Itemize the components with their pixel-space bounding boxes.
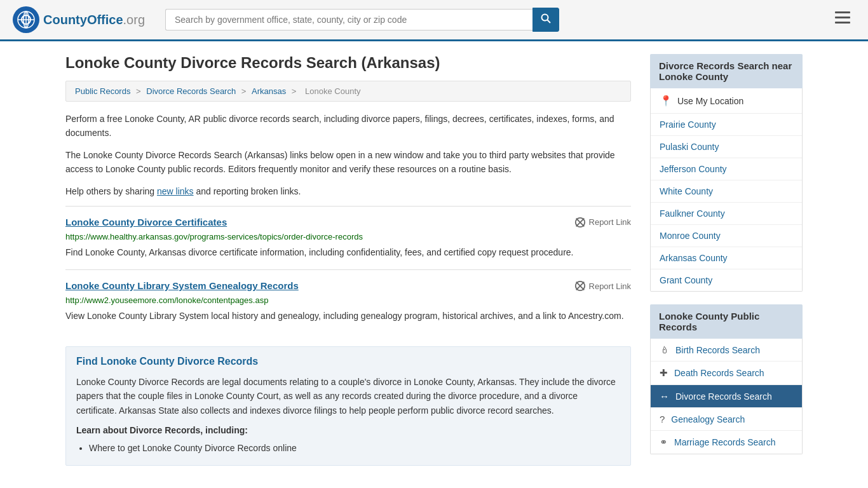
intro-para-2: The Lonoke County Divorce Records Search… xyxy=(65,148,631,177)
report-link-2[interactable]: Report Link xyxy=(574,280,631,292)
nearby-list: 📍 Use My Location Prairie County Pulaski… xyxy=(650,88,803,292)
find-section-heading: Find Lonoke County Divorce Records xyxy=(76,356,620,367)
sidebar-item-pulaski[interactable]: Pulaski County xyxy=(651,136,802,158)
list-item: Where to get Lonoke County Divorce Recor… xyxy=(89,440,620,456)
sidebar-item-faulkner[interactable]: Faulkner County xyxy=(651,203,802,225)
record-desc-2: View Lonoke County Library System local … xyxy=(65,309,631,323)
search-button[interactable] xyxy=(532,8,559,32)
pub-records-genealogy[interactable]: ? Genealogy Search xyxy=(651,408,802,431)
birth-icon: 🕯 xyxy=(660,344,669,355)
find-section-list: Where to get Lonoke County Divorce Recor… xyxy=(76,440,620,456)
genealogy-icon: ? xyxy=(660,414,665,424)
report-link-1[interactable]: Report Link xyxy=(574,217,631,228)
breadcrumb: Public Records > Divorce Records Search … xyxy=(65,81,631,102)
public-records-section: Lonoke County Public Records 🕯 Birth Rec… xyxy=(650,304,803,454)
use-my-location-link[interactable]: Use My Location xyxy=(677,96,743,106)
sidebar-item-arkansas[interactable]: Arkansas County xyxy=(651,247,802,269)
logo-text: CountyOffice.org xyxy=(43,13,145,27)
svg-rect-7 xyxy=(835,11,850,13)
divorce-icon: ↔ xyxy=(660,391,669,402)
pub-records-marriage[interactable]: ⚭ Marriage Records Search xyxy=(651,431,802,454)
sidebar-item-jefferson[interactable]: Jefferson County xyxy=(651,158,802,180)
use-my-location[interactable]: 📍 Use My Location xyxy=(651,88,802,114)
breadcrumb-current: Lonoke County xyxy=(305,86,360,96)
sidebar-item-prairie[interactable]: Prairie County xyxy=(651,114,802,136)
breadcrumb-arkansas[interactable]: Arkansas xyxy=(252,86,286,96)
find-section-para: Lonoke County Divorce Records are legal … xyxy=(76,375,620,417)
main-layout: Lonoke County Divorce Records Search (Ar… xyxy=(53,41,815,480)
sidebar-item-monroe[interactable]: Monroe County xyxy=(651,225,802,247)
public-records-header: Lonoke County Public Records xyxy=(650,304,803,339)
sidebar-item-grant[interactable]: Grant County xyxy=(651,269,802,291)
record-block-2: Lonoke County Library System Genealogy R… xyxy=(65,269,631,333)
location-pin-icon: 📍 xyxy=(660,95,672,107)
page-title: Lonoke County Divorce Records Search (Ar… xyxy=(65,54,631,72)
record-desc-1: Find Lonoke County, Arkansas divorce cer… xyxy=(65,245,631,259)
breadcrumb-divorce-records-search[interactable]: Divorce Records Search xyxy=(146,86,236,96)
pub-records-death[interactable]: ✚ Death Records Search xyxy=(651,362,802,385)
breadcrumb-public-records[interactable]: Public Records xyxy=(75,86,130,96)
nearby-section-header: Divorce Records Search near Lonoke Count… xyxy=(650,54,803,88)
find-section: Find Lonoke County Divorce Records Lonok… xyxy=(65,346,631,466)
logo-area: CountyOffice.org xyxy=(13,6,153,33)
svg-point-5 xyxy=(542,15,548,21)
intro-para-1: Perform a free Lonoke County, AR public … xyxy=(65,112,631,140)
record-url-2: http://www2.youseemore.com/lonoke/conten… xyxy=(65,295,631,305)
record-block-1: Lonoke County Divorce Certificates Repor… xyxy=(65,206,631,269)
public-records-list: 🕯 Birth Records Search ✚ Death Records S… xyxy=(650,339,803,454)
search-container xyxy=(165,8,559,32)
nearby-section: Divorce Records Search near Lonoke Count… xyxy=(650,54,803,292)
sidebar: Divorce Records Search near Lonoke Count… xyxy=(650,54,803,467)
pub-records-birth[interactable]: 🕯 Birth Records Search xyxy=(651,339,802,362)
svg-rect-9 xyxy=(835,22,850,24)
site-header: CountyOffice.org xyxy=(0,0,868,41)
svg-line-6 xyxy=(548,20,551,24)
content-area: Lonoke County Divorce Records Search (Ar… xyxy=(65,54,631,467)
marriage-icon: ⚭ xyxy=(660,437,668,448)
record-title-1[interactable]: Lonoke County Divorce Certificates xyxy=(65,217,227,227)
search-input[interactable] xyxy=(165,9,532,30)
sidebar-item-white[interactable]: White County xyxy=(651,180,802,203)
new-links-link[interactable]: new links xyxy=(157,186,194,196)
svg-rect-8 xyxy=(835,17,850,18)
pub-records-divorce[interactable]: ↔ Divorce Records Search xyxy=(651,385,802,408)
find-section-subheading: Learn about Divorce Records, including: xyxy=(76,425,620,435)
record-url-1: https://www.healthy.arkansas.gov/program… xyxy=(65,232,631,241)
record-title-2[interactable]: Lonoke County Library System Genealogy R… xyxy=(65,280,299,291)
menu-button[interactable] xyxy=(830,9,855,30)
death-icon: ✚ xyxy=(660,367,668,379)
logo-icon xyxy=(13,6,39,33)
intro-para-3: Help others by sharing new links and rep… xyxy=(65,184,631,198)
